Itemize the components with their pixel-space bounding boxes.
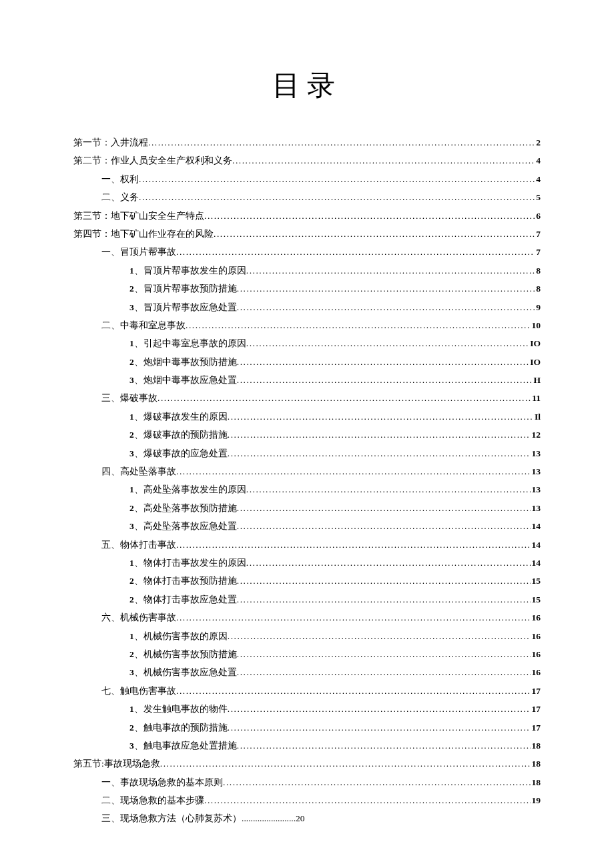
toc-entry: 一、事故现场急救的基本原则 18 bbox=[73, 773, 541, 791]
toc-entry-page: 16 bbox=[531, 663, 541, 681]
toc-entry-label: 2、触电事故的预防措施 bbox=[129, 719, 228, 737]
toc-entry-label: 四、高处坠落事故 bbox=[101, 462, 176, 480]
toc-entry-page: 14 bbox=[531, 536, 541, 554]
toc-leader-dots bbox=[237, 737, 531, 755]
toc-entry-page: 9 bbox=[535, 298, 541, 316]
toc-entry: 二、义务 5 bbox=[73, 188, 541, 206]
toc-leader-dots bbox=[176, 243, 535, 261]
toc-leader-dots bbox=[204, 207, 535, 225]
toc-entry: 1、引起中毒室息事故的原因 IO bbox=[73, 334, 541, 352]
toc-entry-label: 三、爆破事故 bbox=[101, 389, 158, 407]
toc-entry-label: 1、爆破事故发生的原因 bbox=[129, 408, 228, 426]
toc-leader-dots bbox=[237, 645, 531, 663]
toc-entry-page: 7 bbox=[535, 225, 541, 243]
toc-entry-label: 六、机械伤害事故 bbox=[101, 608, 176, 626]
toc-entry-label: 一、权利 bbox=[101, 170, 139, 188]
toc-entry: 三、爆破事故 11 bbox=[73, 389, 541, 407]
toc-entry-page: 12 bbox=[531, 426, 541, 444]
toc-entry-page: 4 bbox=[535, 151, 541, 169]
toc-entry-label: 3、触电事故应急处置措施 bbox=[129, 737, 237, 755]
toc-entry-page: 16 bbox=[531, 608, 541, 626]
toc-entry-label: 一、冒顶片帮事故 bbox=[101, 243, 176, 261]
toc-entry: 3、机械伤害事故应急处置 16 bbox=[73, 663, 541, 681]
toc-entry-label: 一、事故现场急救的基本原则 bbox=[101, 773, 223, 791]
toc-entry: 2、冒顶片帮事故预防措施 8 bbox=[73, 280, 541, 298]
toc-entry: 第一节：入井流程 2 bbox=[73, 133, 541, 151]
toc-entry-page: 15 bbox=[531, 572, 541, 590]
toc-leader-dots bbox=[237, 517, 531, 535]
toc-entry-page: 17 bbox=[531, 700, 541, 718]
toc-entry: 六、机械伤害事故 16 bbox=[73, 608, 541, 626]
toc-entry: 3、高处坠落事故应急处置 14 bbox=[73, 517, 541, 535]
toc-entry-page: 18 bbox=[531, 755, 541, 773]
toc-entry-label: 五、物体打击事故 bbox=[101, 536, 176, 554]
toc-entry-label: 2、机械伤害事故预防措施 bbox=[129, 645, 237, 663]
toc-entry-page: 10 bbox=[531, 316, 541, 334]
toc-entry: 3、触电事故应急处置措施 18 bbox=[73, 737, 541, 755]
toc-entry-page: 5 bbox=[535, 188, 541, 206]
toc-entry: 第二节：作业人员安全生产权利和义务 4 bbox=[73, 151, 541, 169]
toc-leader-dots bbox=[237, 572, 531, 590]
toc-leader-dots bbox=[160, 755, 531, 773]
toc-entry-label: 1、引起中毒室息事故的原因 bbox=[129, 334, 246, 352]
toc-leader-dots bbox=[237, 663, 531, 681]
toc-entry: 二、中毒和室息事故 10 bbox=[73, 316, 541, 334]
toc-entry-label: 第五节:事故现场急救 bbox=[73, 755, 160, 773]
toc-entry-page: IO bbox=[529, 353, 541, 371]
toc-entry: 3、爆破事故的应急处置 13 bbox=[73, 444, 541, 462]
toc-leader-dots bbox=[228, 627, 531, 645]
toc-entry-page: 7 bbox=[535, 243, 541, 261]
toc-entry: 三、现场急救方法（心肺复苏术） ........................… bbox=[73, 809, 541, 827]
toc-entry-page: 14 bbox=[531, 554, 541, 572]
toc-entry: 五、物体打击事故 14 bbox=[73, 536, 541, 554]
toc-leader-dots bbox=[176, 462, 531, 480]
toc-entry-label: 第四节：地下矿山作业存在的风险 bbox=[73, 225, 214, 243]
toc-entry-label: 二、中毒和室息事故 bbox=[101, 316, 186, 334]
toc-entry-label: 1、发生触电事故的物件 bbox=[129, 700, 228, 718]
toc-entry-label: 2、物体打击事故预防措施 bbox=[129, 572, 237, 590]
toc-entry-page: 11 bbox=[531, 389, 541, 407]
toc-leader-dots bbox=[228, 426, 531, 444]
toc-leader-dots bbox=[158, 389, 531, 407]
toc-entry-page: 8 bbox=[535, 262, 541, 280]
toc-leader-dots bbox=[246, 554, 531, 572]
toc-entry-page: 13 bbox=[531, 462, 541, 480]
toc-list: 第一节：入井流程 2第二节：作业人员安全生产权利和义务 4一、权利 4二、义务 … bbox=[73, 133, 541, 828]
toc-entry: 一、权利 4 bbox=[73, 170, 541, 188]
toc-entry-page: 13 bbox=[531, 499, 541, 517]
toc-entry: 七、触电伤害事故 17 bbox=[73, 682, 541, 700]
toc-leader-dots bbox=[237, 499, 531, 517]
toc-leader-dots bbox=[237, 353, 529, 371]
toc-leader-dots bbox=[223, 773, 531, 791]
toc-entry-label: 3、机械伤害事故应急处置 bbox=[129, 663, 237, 681]
toc-entry: 1、冒顶片帮事故发生的原因 8 bbox=[73, 262, 541, 280]
toc-entry-label: 3、冒顶片帮事故应急处置 bbox=[129, 298, 237, 316]
toc-entry-label: 1、冒顶片帮事故发生的原因 bbox=[129, 262, 246, 280]
toc-entry-page: 2 bbox=[535, 133, 541, 151]
toc-entry: 1、发生触电事故的物件 17 bbox=[73, 700, 541, 718]
toc-entry-page: 18 bbox=[531, 737, 541, 755]
toc-entry-label: 2、冒顶片帮事故预防措施 bbox=[129, 280, 237, 298]
toc-entry-page: 4 bbox=[535, 170, 541, 188]
toc-leader-dots bbox=[176, 536, 531, 554]
toc-entry: 第五节:事故现场急救 18 bbox=[73, 755, 541, 773]
toc-entry-page: 20 bbox=[296, 809, 305, 827]
toc-leader-dots bbox=[228, 444, 531, 462]
toc-entry: 2、触电事故的预防措施 17 bbox=[73, 719, 541, 737]
toc-entry-label: 1、高处坠落事故发生的原因 bbox=[129, 480, 246, 498]
toc-leader-dots bbox=[232, 151, 535, 169]
toc-leader-dots bbox=[237, 371, 533, 389]
toc-leader-dots bbox=[246, 480, 531, 498]
toc-entry-page: 16 bbox=[531, 627, 541, 645]
toc-entry: 2、物体打击事故预防措施 15 bbox=[73, 572, 541, 590]
toc-entry: 1、机械伤害事故的原因 16 bbox=[73, 627, 541, 645]
toc-entry: 四、高处坠落事故 13 bbox=[73, 462, 541, 480]
toc-entry-label: 第二节：作业人员安全生产权利和义务 bbox=[73, 151, 232, 169]
toc-entry: 3、炮烟中毒事故应急处置 H bbox=[73, 371, 541, 389]
toc-leader-dots bbox=[237, 280, 535, 298]
toc-entry-label: 2、爆破事故的预防措施 bbox=[129, 426, 228, 444]
toc-entry-page: Il bbox=[533, 408, 541, 426]
toc-leader-dots bbox=[139, 170, 535, 188]
toc-leader-dots bbox=[176, 608, 531, 626]
toc-title: 目录 bbox=[73, 67, 541, 104]
